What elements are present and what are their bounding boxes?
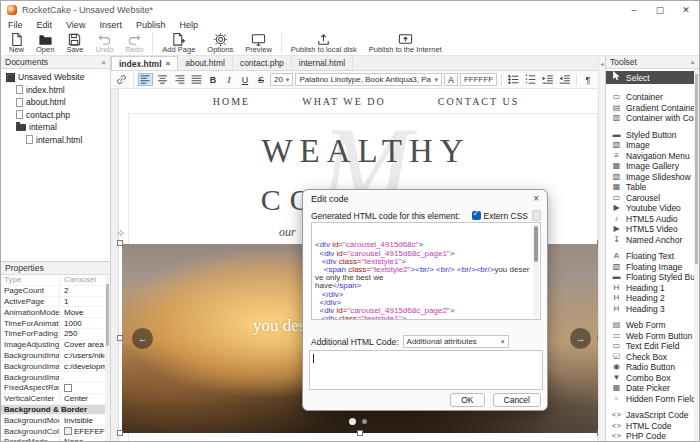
- property-row-imageadjusting[interactable]: ImageAdjustingCover area: [1, 340, 110, 351]
- pilcrow-button[interactable]: ¶: [581, 73, 595, 86]
- toolset-item-javascript-code[interactable]: <>JavaScript Code: [606, 410, 694, 421]
- toolset-item-floating-styled-button[interactable]: ▬Floating Styled Button: [606, 272, 694, 283]
- nav-link-contact-us[interactable]: CONTACT US: [438, 96, 520, 107]
- toolset-item-heading-3[interactable]: HHeading 3: [606, 304, 694, 315]
- options-button[interactable]: Options: [201, 32, 239, 56]
- documents-close-icon[interactable]: ×: [101, 58, 106, 67]
- open-button[interactable]: Open: [30, 32, 60, 56]
- menu-help[interactable]: Help: [172, 20, 205, 30]
- property-row-backgroundimage3[interactable]: BackgroundImage3: [1, 372, 110, 383]
- tab-about-html[interactable]: about.html: [178, 56, 233, 70]
- tab-internal-html[interactable]: internal.html: [292, 56, 353, 70]
- undo-button[interactable]: Undo: [89, 32, 119, 56]
- toolset-item-heading-1[interactable]: HHeading 1: [606, 283, 694, 294]
- carousel-dot[interactable]: [362, 419, 367, 424]
- toolset-item-youtube-video[interactable]: ▶Youtube Video: [606, 203, 694, 214]
- underline-button[interactable]: U: [238, 73, 252, 86]
- toolset-item-web-form-button[interactable]: ▭Web Form Button: [606, 331, 694, 342]
- toolset-item-select[interactable]: Select: [606, 71, 694, 84]
- move-handle-icon[interactable]: ⊹: [117, 228, 125, 238]
- toolset-item-container[interactable]: ▭Container: [606, 92, 694, 103]
- tree-item-internal[interactable]: internal: [1, 121, 110, 134]
- toolset-item-named-anchor[interactable]: ↧Named Anchor: [606, 235, 694, 246]
- toolset-item-combo-box[interactable]: ▼Combo Box: [606, 373, 694, 384]
- font-color-hex-value[interactable]: FFFFFF: [460, 73, 497, 86]
- menu-insert[interactable]: Insert: [92, 20, 129, 30]
- publish-to-the-internet-button[interactable]: Publish to the Internet: [363, 32, 448, 56]
- toolset-item-gradient-container[interactable]: ▤Gradient Container: [606, 103, 694, 114]
- tree-item-unsaved-website[interactable]: Unsaved Website: [1, 71, 110, 84]
- toolset-item-heading-2[interactable]: HHeading 2: [606, 293, 694, 304]
- font-family-select[interactable]: Palatino Linotype, Book Antiqua3, Pal▾: [295, 73, 442, 86]
- toolset-item-floating-text[interactable]: AFloating Text: [606, 251, 694, 262]
- toolset-item-navigation-menu[interactable]: ≡Navigation Menu: [606, 151, 694, 162]
- selection-handle[interactable]: [597, 430, 598, 436]
- minimize-button[interactable]: –: [621, 1, 647, 18]
- toolset-item-web-form[interactable]: ▤Web Form: [606, 320, 694, 331]
- property-row-pagecount[interactable]: PageCount2: [1, 286, 110, 297]
- selection-handle[interactable]: [117, 240, 123, 246]
- add-page-button[interactable]: Add Page: [156, 32, 201, 56]
- selection-handle[interactable]: [357, 430, 363, 436]
- toolset-item-table[interactable]: ▦Table: [606, 182, 694, 193]
- code-scrollbar[interactable]: [533, 224, 539, 318]
- bold-button[interactable]: B: [206, 73, 220, 86]
- tab-index-html[interactable]: index.html×: [111, 56, 178, 70]
- decrease-indent-icon[interactable]: [557, 73, 572, 86]
- property-row-verticalcenter[interactable]: VerticalCenterCenter: [1, 394, 110, 405]
- link-icon[interactable]: [114, 73, 129, 86]
- italic-button[interactable]: I: [222, 73, 236, 86]
- property-row-backgroundimage1[interactable]: BackgroundImage1c:/users/niko/ap: [1, 351, 110, 362]
- toolset-item-image-slideshow[interactable]: ▧Image Slideshow: [606, 172, 694, 183]
- tree-item-about-html[interactable]: about.html: [1, 96, 110, 109]
- property-row-bordermode[interactable]: BorderModeNone: [1, 437, 110, 441]
- align-justify-icon[interactable]: [189, 73, 204, 86]
- color-swatch-icon[interactable]: [64, 427, 72, 435]
- generated-code-view[interactable]: <div id="carousel_4915d68c"> <div id="ca…: [311, 222, 541, 320]
- menu-publish[interactable]: Publish: [129, 20, 173, 30]
- toolset-item-text-edit-field[interactable]: ▭Text Edit Field: [606, 341, 694, 352]
- toolset-scrollbar[interactable]: [694, 69, 699, 441]
- publish-to-local-disk-button[interactable]: Publish to local disk: [285, 32, 363, 56]
- property-row-animationmode[interactable]: AnimationModeMove: [1, 307, 110, 318]
- tree-item-index-html[interactable]: index.html: [1, 84, 110, 97]
- align-left-icon[interactable]: [138, 73, 153, 86]
- close-button[interactable]: ✕: [673, 1, 699, 18]
- property-row-activepage[interactable]: ActivePage1: [1, 297, 110, 308]
- align-right-icon[interactable]: [172, 73, 187, 86]
- align-center-icon[interactable]: [155, 73, 170, 86]
- tab-contact-php[interactable]: contact.php: [233, 56, 292, 70]
- toolset-close-icon[interactable]: ×: [690, 58, 695, 67]
- toolset-item-hidden-form-field[interactable]: ▫Hidden Form Field: [606, 394, 694, 405]
- selection-handle[interactable]: [117, 335, 123, 341]
- property-row-timeforanimation[interactable]: TimeForAnimation1000: [1, 318, 110, 329]
- menu-file[interactable]: File: [1, 20, 30, 30]
- save-button[interactable]: Save: [60, 32, 89, 56]
- cancel-button[interactable]: Cancel: [493, 393, 541, 407]
- carousel-dot-active[interactable]: [349, 418, 356, 425]
- menu-view[interactable]: View: [59, 20, 92, 30]
- toolset-item-radio-button[interactable]: ◉Radio Button: [606, 362, 694, 373]
- increase-indent-icon[interactable]: [540, 73, 555, 86]
- carousel-prev-button[interactable]: ←: [132, 328, 153, 349]
- toolset-item-html5-audio[interactable]: ♪HTML5 Audio: [606, 214, 694, 225]
- dialog-more-button[interactable]: [532, 210, 541, 221]
- additional-attributes-select[interactable]: Additional attributes ▾: [403, 335, 509, 348]
- preview-button[interactable]: Preview: [239, 32, 278, 56]
- property-row-backgroundcolor[interactable]: BackgroundColorEFEFEF: [1, 426, 110, 437]
- numbered-list-icon[interactable]: [523, 73, 538, 86]
- toolset-item-php-code[interactable]: <>PHP Code: [606, 431, 694, 441]
- toolset-item-html-code[interactable]: <>HTML Code: [606, 421, 694, 432]
- new-button[interactable]: New: [3, 32, 30, 56]
- properties-scrollbar[interactable]: [105, 276, 110, 441]
- tab-close-icon[interactable]: ×: [166, 59, 171, 68]
- selection-handle[interactable]: [117, 430, 123, 436]
- carousel-next-button[interactable]: →: [570, 328, 591, 349]
- toolset-item-image-gallery[interactable]: ▦Image Gallery: [606, 161, 694, 172]
- toolset-item-html5-video[interactable]: ▶HTML5 Video: [606, 224, 694, 235]
- bullet-list-icon[interactable]: [506, 73, 521, 86]
- tree-item-contact-php[interactable]: contact.php: [1, 109, 110, 122]
- extern-css-checkbox[interactable]: [472, 211, 481, 220]
- toolset-item-floating-image[interactable]: ▧Floating Image: [606, 262, 694, 273]
- property-row-backgroundmode[interactable]: BackgroundModeInvisible: [1, 415, 110, 426]
